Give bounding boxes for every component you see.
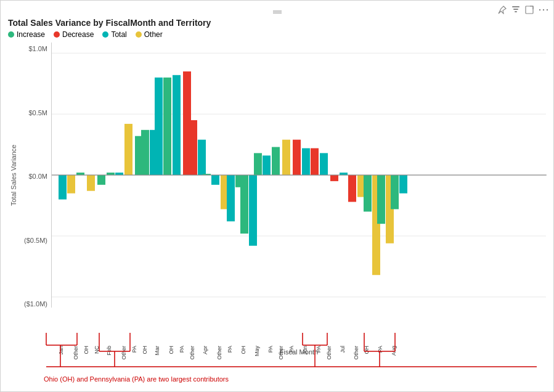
legend-total: Total <box>102 30 126 39</box>
annotation-area: Ohio (OH) and Pennsylvania (PA) are two … <box>44 330 545 385</box>
svg-point-6 <box>539 9 540 10</box>
chart-legend: Increase Decrease Total Other <box>8 30 546 39</box>
legend-increase-dot <box>8 31 14 38</box>
legend-total-dot <box>102 31 108 38</box>
toolbar-icons <box>498 6 548 16</box>
chart-title: Total Sales Variance by FiscalMonth and … <box>8 18 546 28</box>
y-tick-05m: $0.5M <box>28 109 47 116</box>
filter-icon[interactable] <box>511 6 520 16</box>
y-axis-label: Total Sales Variance <box>8 43 19 308</box>
legend-other: Other <box>136 30 163 39</box>
svg-point-8 <box>547 9 548 10</box>
legend-decrease-label: Decrease <box>62 30 94 39</box>
y-tick-0m: $0.0M <box>28 173 47 180</box>
y-tick-1m: $1.0M <box>28 45 47 52</box>
bar-canvas <box>52 43 547 308</box>
legend-increase-label: Increase <box>17 30 45 39</box>
svg-rect-5 <box>526 6 533 14</box>
legend-decrease-dot <box>54 31 60 38</box>
svg-point-7 <box>543 9 544 10</box>
svg-rect-2 <box>512 6 519 7</box>
svg-rect-3 <box>513 9 518 10</box>
legend-increase: Increase <box>8 30 45 39</box>
legend-other-dot <box>136 31 142 38</box>
legend-other-label: Other <box>144 30 163 39</box>
chart-wrapper: Total Sales Variance $1.0M $0.5M $0.0M (… <box>8 43 546 308</box>
y-tick-neg1m: ($1.0M) <box>24 300 47 308</box>
svg-rect-4 <box>515 11 517 12</box>
chart-plot: JanOtherOHNCFebOtherPAOHMarOHPAOtherAprO… <box>51 43 546 308</box>
y-axis: $1.0M $0.5M $0.0M ($0.5M) ($1.0M) <box>19 43 51 308</box>
legend-decrease: Decrease <box>54 30 94 39</box>
drag-handle-icon[interactable] <box>272 6 283 15</box>
chart-card: Total Sales Variance by FiscalMonth and … <box>0 0 554 392</box>
legend-total-label: Total <box>111 30 126 39</box>
expand-icon[interactable] <box>525 6 534 16</box>
more-icon[interactable] <box>539 6 548 16</box>
pin-icon[interactable] <box>498 6 507 16</box>
annotation-text: Ohio (OH) and Pennsylvania (PA) are two … <box>44 375 229 383</box>
y-tick-neg05m: ($0.5M) <box>24 237 47 244</box>
